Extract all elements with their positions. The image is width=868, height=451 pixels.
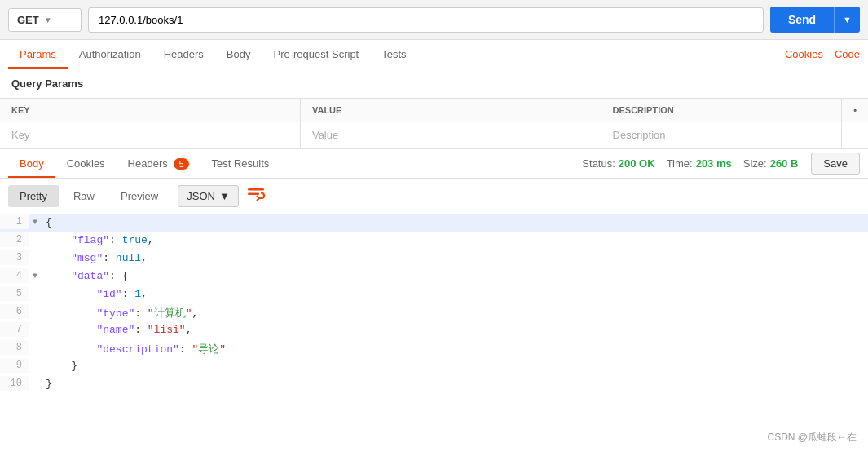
line-arrow-10: [29, 376, 41, 379]
request-tabs: Params Authorization Headers Body Pre-re…: [0, 40, 868, 69]
line-content-4: "data": {: [41, 268, 133, 284]
line-content-8: "description": "导论": [41, 340, 231, 358]
size-value: 260 B: [770, 157, 799, 170]
top-bar: GET ▼ Send ▼: [0, 0, 868, 40]
line-num-1: 1: [0, 214, 29, 229]
code-link[interactable]: Code: [835, 48, 860, 60]
svg-rect-1: [248, 193, 259, 196]
line-num-2: 2: [0, 232, 29, 247]
line-arrow-4: ▼: [29, 268, 41, 281]
code-line-7: 7 "name": "lisi",: [0, 322, 868, 340]
method-label: GET: [17, 14, 39, 26]
line-arrow-2: [29, 232, 41, 236]
size-label: Size:: [743, 157, 767, 170]
status-label: Status:: [582, 157, 615, 170]
col-header-value: VALUE: [300, 99, 601, 122]
params-table: KEY VALUE DESCRIPTION • Key Value Descri…: [0, 99, 868, 148]
resp-tab-cookies[interactable]: Cookies: [55, 149, 117, 178]
cookies-link[interactable]: Cookies: [785, 48, 823, 60]
method-select[interactable]: GET ▼: [8, 8, 82, 32]
line-num-4: 4: [0, 268, 29, 283]
line-arrow-8: [29, 340, 41, 343]
line-num-7: 7: [0, 322, 29, 337]
pretty-btn[interactable]: Pretty: [8, 185, 59, 207]
response-section: Body Cookies Headers 5 Test Results Stat…: [0, 148, 868, 394]
response-tabs-bar: Body Cookies Headers 5 Test Results Stat…: [0, 149, 868, 179]
line-num-10: 10: [0, 376, 29, 391]
send-dropdown-button[interactable]: ▼: [834, 7, 860, 33]
query-params-title: Query Params: [0, 69, 868, 99]
preview-btn[interactable]: Preview: [109, 185, 170, 207]
line-content-2: "flag": true,: [41, 232, 159, 248]
format-label: JSON: [187, 190, 215, 202]
headers-badge: 5: [174, 158, 188, 170]
params-empty-row: Key Value Description: [0, 122, 868, 148]
response-meta: Status: 200 OK Time: 203 ms Size: 260 B …: [582, 153, 860, 175]
line-content-9: }: [41, 358, 82, 374]
code-line-1: 1 ▼ {: [0, 214, 868, 232]
line-num-5: 5: [0, 286, 29, 301]
resp-tab-body[interactable]: Body: [8, 149, 55, 178]
save-button[interactable]: Save: [811, 153, 860, 175]
code-line-5: 5 "id": 1,: [0, 286, 868, 304]
right-links: Cookies Code: [785, 48, 860, 60]
line-num-6: 6: [0, 304, 29, 319]
tab-body[interactable]: Body: [215, 40, 262, 69]
wrap-btn[interactable]: [247, 187, 265, 206]
col-header-key: KEY: [0, 99, 300, 122]
line-content-10: }: [41, 376, 57, 391]
dot-cell: [842, 122, 868, 148]
code-line-9: 9 }: [0, 358, 868, 376]
line-num-3: 3: [0, 250, 29, 265]
line-arrow-9: [29, 358, 41, 361]
tab-tests[interactable]: Tests: [370, 40, 417, 69]
line-arrow-3: [29, 250, 41, 254]
tab-params[interactable]: Params: [8, 40, 68, 69]
line-arrow-6: [29, 304, 41, 307]
send-button[interactable]: Send: [770, 7, 834, 33]
code-line-10: 10 }: [0, 376, 868, 394]
line-arrow-5: [29, 286, 41, 290]
code-line-8: 8 "description": "导论": [0, 340, 868, 358]
format-select[interactable]: JSON ▼: [178, 185, 239, 207]
svg-rect-0: [248, 188, 264, 191]
code-block: 1 ▼ { 2 "flag": true, 3 "msg": null, 4 ▼…: [0, 214, 868, 394]
line-content-7: "name": "lisi",: [41, 322, 196, 338]
body-toolbar: Pretty Raw Preview JSON ▼: [0, 179, 868, 214]
query-params-section: Query Params KEY VALUE DESCRIPTION • Key…: [0, 69, 868, 148]
line-content-1: {: [41, 214, 57, 230]
line-num-9: 9: [0, 358, 29, 373]
line-arrow-1: ▼: [29, 214, 41, 227]
desc-cell[interactable]: Description: [601, 122, 842, 148]
code-line-2: 2 "flag": true,: [0, 232, 868, 250]
method-dropdown-arrow: ▼: [44, 15, 52, 24]
resp-tab-test-results[interactable]: Test Results: [200, 149, 281, 178]
code-line-3: 3 "msg": null,: [0, 250, 868, 268]
key-cell[interactable]: Key: [0, 122, 300, 148]
code-line-4: 4 ▼ "data": {: [0, 268, 868, 286]
tab-pre-request-script[interactable]: Pre-request Script: [262, 40, 370, 69]
time-value: 203 ms: [696, 157, 732, 170]
col-header-dot: •: [842, 99, 868, 122]
line-arrow-7: [29, 322, 41, 325]
col-header-desc: DESCRIPTION: [601, 99, 842, 122]
line-content-5: "id": 1,: [41, 286, 152, 302]
line-content-6: "type": "计算机",: [41, 304, 203, 322]
raw-btn[interactable]: Raw: [62, 185, 106, 207]
resp-tab-headers[interactable]: Headers 5: [117, 149, 200, 178]
url-input[interactable]: [88, 7, 764, 33]
status-value: 200 OK: [619, 157, 655, 170]
code-line-6: 6 "type": "计算机",: [0, 304, 868, 322]
line-num-8: 8: [0, 340, 29, 355]
tab-authorization[interactable]: Authorization: [68, 40, 152, 69]
line-content-3: "msg": null,: [41, 250, 152, 266]
format-dropdown-arrow: ▼: [219, 190, 230, 202]
time-label: Time:: [667, 157, 693, 170]
send-btn-group: Send ▼: [770, 7, 860, 33]
value-cell[interactable]: Value: [300, 122, 601, 148]
tab-headers[interactable]: Headers: [152, 40, 215, 69]
